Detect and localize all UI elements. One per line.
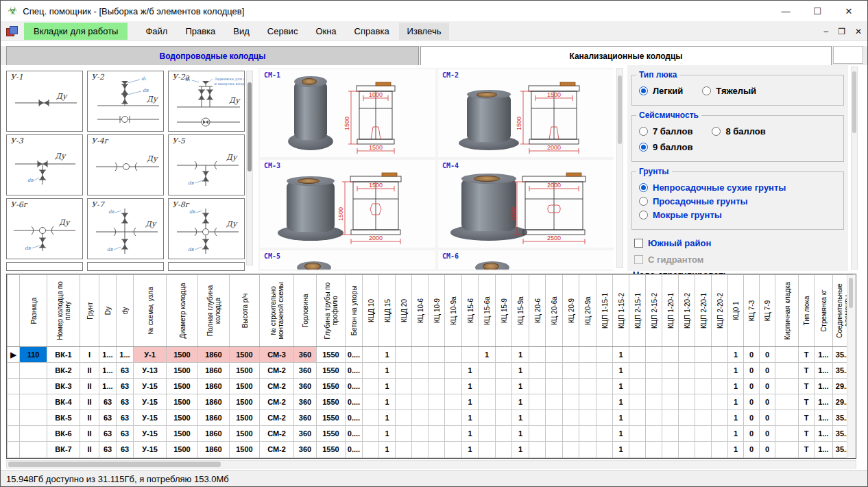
table-cell[interactable]	[712, 426, 728, 442]
table-cell[interactable]	[396, 394, 412, 410]
table-cell[interactable]: 63	[117, 442, 134, 458]
table-cell[interactable]	[546, 363, 563, 379]
table-cell[interactable]: 1...	[815, 379, 833, 394]
table-cell[interactable]: 1500	[167, 347, 198, 363]
schematic-cell-У-2а[interactable]: У-2аДуd₁Задвижка для впускаи выпуска воз…	[168, 71, 245, 132]
table-cell[interactable]	[662, 458, 679, 460]
table-cell[interactable]: 1	[462, 410, 479, 426]
table-cell[interactable]: У-15	[134, 426, 167, 442]
table-cell[interactable]: 0....	[346, 363, 363, 379]
radio-option[interactable]: Просадочные грунты	[639, 196, 817, 206]
table-cell[interactable]	[412, 426, 429, 442]
column-header[interactable]: КЦ 10-6	[412, 275, 429, 347]
table-cell[interactable]	[412, 442, 429, 458]
table-cell[interactable]	[695, 394, 712, 410]
wells-scrollbar-thumb[interactable]	[618, 75, 622, 144]
table-cell[interactable]	[546, 379, 563, 394]
table-cell[interactable]	[662, 410, 679, 426]
table-cell[interactable]: 63	[99, 458, 117, 460]
table-cell[interactable]: 0	[760, 394, 775, 410]
table-cell[interactable]: 1...	[99, 363, 117, 379]
table-cell[interactable]	[363, 410, 379, 426]
table-cell[interactable]: 63	[117, 426, 134, 442]
table-cell[interactable]	[529, 458, 546, 460]
radio-icon[interactable]	[639, 197, 648, 206]
table-cell[interactable]: 1500	[230, 394, 260, 410]
table-cell[interactable]: 1860	[198, 410, 230, 426]
schematic-cell-У-4г[interactable]: У-4гДу	[87, 134, 164, 195]
table-cell[interactable]	[579, 363, 596, 379]
table-cell[interactable]: 1...	[815, 442, 833, 458]
table-cell[interactable]	[662, 426, 679, 442]
table-cell[interactable]	[396, 442, 412, 458]
column-header[interactable]: Тип люка	[799, 275, 815, 347]
table-cell[interactable]	[629, 426, 646, 442]
table-cell[interactable]	[496, 426, 512, 442]
table-cell[interactable]	[363, 394, 379, 410]
table-cell[interactable]	[445, 379, 462, 394]
table-cell[interactable]: 1	[379, 442, 396, 458]
table-hscroll-thumb[interactable]	[8, 462, 221, 467]
column-header[interactable]: КЦП 2-15-2	[646, 275, 662, 347]
table-cell[interactable]	[479, 458, 496, 460]
column-header[interactable]: КЦД 20	[396, 275, 412, 347]
table-cell[interactable]	[462, 347, 479, 363]
table-cell[interactable]: 1	[613, 379, 629, 394]
well-card-СМ-3[interactable]: СМ-3150015002000	[260, 160, 435, 248]
table-cell[interactable]	[579, 379, 596, 394]
radio-option[interactable]: Мокрые грунты	[639, 210, 817, 220]
table-cell[interactable]: 0	[744, 379, 760, 394]
table-cell[interactable]: 1	[512, 410, 529, 426]
table-cell[interactable]: 1550	[317, 379, 346, 394]
table-cell[interactable]	[695, 426, 712, 442]
table-cell[interactable]: 1860	[198, 426, 230, 442]
table-cell[interactable]: У-13	[134, 363, 167, 379]
tab-sewer-wells[interactable]: Канализационные колодцы	[420, 46, 832, 65]
column-header[interactable]: КЦП 1-15-1	[596, 275, 613, 347]
table-cell[interactable]: 1	[512, 442, 529, 458]
options-scrollbar-thumb[interactable]	[852, 71, 856, 133]
table-cell[interactable]: 1	[728, 426, 744, 442]
schematic-cell-У-8г[interactable]: У-8гДуdвdв	[168, 198, 245, 259]
table-cell[interactable]	[429, 363, 445, 379]
table-cell[interactable]	[429, 426, 445, 442]
table-cell[interactable]: 1...	[815, 458, 833, 460]
table-cell[interactable]: 0	[744, 410, 760, 426]
table-cell[interactable]: 63	[117, 394, 134, 410]
table-cell[interactable]	[596, 458, 613, 460]
table-cell[interactable]: 1	[613, 410, 629, 426]
table-cell[interactable]	[412, 394, 429, 410]
table-cell[interactable]	[712, 442, 728, 458]
table-cell[interactable]	[546, 347, 563, 363]
radio-option[interactable]: 8 баллов	[712, 126, 765, 136]
table-cell[interactable]	[496, 458, 512, 460]
table-cell[interactable]	[546, 442, 563, 458]
table-cell[interactable]: 1...	[99, 347, 117, 363]
table-cell[interactable]: 1	[728, 458, 744, 460]
table-cell[interactable]: 1500	[167, 442, 198, 458]
table-cell[interactable]	[529, 379, 546, 394]
table-cell[interactable]: 1550	[317, 458, 346, 460]
table-cell[interactable]: 1	[462, 442, 479, 458]
radio-option[interactable]: Тяжелый	[702, 86, 756, 96]
table-cell[interactable]: 360	[294, 379, 317, 394]
table-cell[interactable]: 1	[462, 458, 479, 460]
table-cell[interactable]	[596, 379, 613, 394]
radio-option[interactable]: 9 баллов	[639, 142, 692, 152]
table-cell[interactable]	[596, 426, 613, 442]
schematic-cell-У-7[interactable]: У-7Дуdвdв	[87, 198, 164, 259]
column-header[interactable]: Грунт	[80, 275, 99, 347]
table-cell[interactable]: 1	[728, 347, 744, 363]
table-cell[interactable]: 0	[760, 363, 775, 379]
table-cell[interactable]: 1	[379, 347, 396, 363]
table-cell[interactable]: 0....	[346, 379, 363, 394]
table-cell[interactable]: 360	[294, 426, 317, 442]
column-header[interactable]: КЦ 10-9	[429, 275, 445, 347]
table-cell[interactable]: 1500	[230, 363, 260, 379]
table-cell[interactable]: Т	[799, 410, 815, 426]
table-cell[interactable]: 1500	[167, 426, 198, 442]
table-cell[interactable]: Т	[799, 394, 815, 410]
table-cell[interactable]	[496, 347, 512, 363]
table-cell[interactable]	[363, 347, 379, 363]
table-cell[interactable]: У-15	[134, 394, 167, 410]
